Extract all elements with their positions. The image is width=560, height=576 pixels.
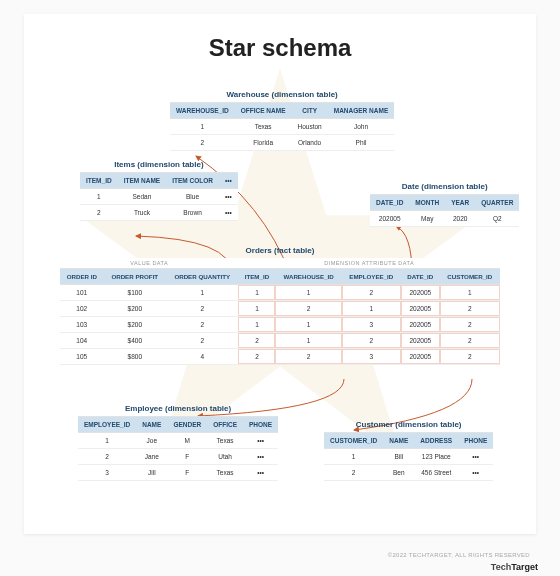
table-cell: ••• — [243, 449, 278, 465]
table-cell: 1 — [78, 433, 136, 449]
table-row: 104$40022122020052 — [60, 333, 500, 349]
table-cell: 2 — [324, 465, 383, 481]
table-cell: 1 — [275, 285, 341, 301]
customer-title: Customer (dimension table) — [324, 420, 493, 429]
table-cell: 4 — [166, 349, 239, 365]
warehouse-table: Warehouse (dimension table) WAREHOUSE_ID… — [170, 90, 394, 151]
table-cell: 1 — [80, 189, 118, 205]
table-cell: $100 — [104, 285, 166, 301]
brand-logo: TechTarget — [491, 562, 538, 572]
table-row: 102$20021212020052 — [60, 301, 500, 317]
table-cell: $400 — [104, 333, 166, 349]
table-cell: 202005 — [401, 301, 440, 317]
table-cell: 456 Street — [414, 465, 458, 481]
column-header: GENDER — [167, 417, 207, 433]
table-cell: ••• — [243, 433, 278, 449]
copyright-text: ©2022 TECHTARGET, ALL RIGHTS RESERVED — [388, 552, 530, 558]
table-cell: 2 — [275, 301, 341, 317]
table-cell: Utah — [207, 449, 243, 465]
table-row: 1Bill123 Place••• — [324, 449, 493, 465]
table-cell: 202005 — [401, 333, 440, 349]
table-row: 103$20021132020052 — [60, 317, 500, 333]
table-cell: 202005 — [401, 285, 440, 301]
table-cell: Texas — [235, 119, 292, 135]
table-cell: Jane — [136, 449, 167, 465]
orders-group-right: DIMENSION ATTRIBUTE DATA — [238, 258, 500, 269]
column-header: DATE_ID — [370, 195, 409, 211]
table-cell: 2 — [440, 317, 500, 333]
table-cell: Florida — [235, 135, 292, 151]
column-header: WAREHOUSE_ID — [275, 269, 341, 285]
column-header: CITY — [292, 103, 328, 119]
table-cell: 1 — [440, 285, 500, 301]
column-header: EMPLOYEE_ID — [342, 269, 401, 285]
date-header: DATE_IDMONTHYEARQUARTER — [370, 195, 519, 211]
table-cell: Texas — [207, 465, 243, 481]
table-row: 2FloridaOrlandoPhil — [170, 135, 394, 151]
table-cell: 2 — [238, 333, 275, 349]
table-cell: 101 — [60, 285, 104, 301]
table-cell: 1 — [275, 317, 341, 333]
table-cell: 2 — [78, 449, 136, 465]
table-cell: 105 — [60, 349, 104, 365]
table-cell: $800 — [104, 349, 166, 365]
column-header: ORDER PROFIT — [104, 269, 166, 285]
table-cell: Ben — [383, 465, 414, 481]
table-cell: 103 — [60, 317, 104, 333]
table-cell: 123 Place — [414, 449, 458, 465]
table-cell: 2 — [440, 301, 500, 317]
employee-title: Employee (dimension table) — [78, 404, 278, 413]
table-cell: 1 — [238, 285, 275, 301]
column-header: DATE_ID — [401, 269, 440, 285]
customer-grid: CUSTOMER_IDNAMEADDRESSPHONE1Bill123 Plac… — [324, 432, 493, 481]
table-row: 202005May2020Q2 — [370, 211, 519, 227]
column-header: NAME — [136, 417, 167, 433]
table-cell: Truck — [118, 205, 166, 221]
table-cell: 104 — [60, 333, 104, 349]
column-header: ITEM COLOR — [166, 173, 219, 189]
table-cell: Houston — [292, 119, 328, 135]
table-cell: 3 — [342, 317, 401, 333]
table-cell: Phil — [328, 135, 395, 151]
column-header: CUSTOMER_ID — [324, 433, 383, 449]
table-cell: 1 — [238, 301, 275, 317]
column-header: ITEM NAME — [118, 173, 166, 189]
table-cell: 3 — [78, 465, 136, 481]
column-header: ORDER QUANTITY — [166, 269, 239, 285]
table-cell: 2 — [170, 135, 235, 151]
customer-header: CUSTOMER_IDNAMEADDRESSPHONE — [324, 433, 493, 449]
table-cell: 1 — [170, 119, 235, 135]
logo-part1: Tech — [491, 562, 511, 572]
table-row: 1SedanBlue••• — [80, 189, 238, 205]
table-cell: $200 — [104, 317, 166, 333]
table-cell: 1 — [342, 301, 401, 317]
table-cell: Texas — [207, 433, 243, 449]
column-header: ITEM_ID — [80, 173, 118, 189]
warehouse-header: WAREHOUSE_IDOFFICE NAMECITYMANAGER NAME — [170, 103, 394, 119]
table-cell: ••• — [219, 205, 238, 221]
table-cell: 2020 — [445, 211, 475, 227]
table-cell: 2 — [166, 301, 239, 317]
table-cell: Q2 — [475, 211, 519, 227]
column-header: ADDRESS — [414, 433, 458, 449]
table-cell: Blue — [166, 189, 219, 205]
diagram-canvas: Star schema Warehouse (dimension table) … — [24, 14, 536, 534]
table-cell: Joe — [136, 433, 167, 449]
column-header: YEAR — [445, 195, 475, 211]
warehouse-grid: WAREHOUSE_IDOFFICE NAMECITYMANAGER NAME1… — [170, 102, 394, 151]
orders-grid: VALUE DATA DIMENSION ATTRIBUTE DATA ORDE… — [60, 258, 500, 365]
table-cell: 202005 — [370, 211, 409, 227]
table-cell: ••• — [458, 449, 493, 465]
table-cell: 1 — [166, 285, 239, 301]
employee-grid: EMPLOYEE_IDNAMEGENDEROFFICEPHONE1JoeMTex… — [78, 416, 278, 481]
table-cell: M — [167, 433, 207, 449]
column-header: CUSTOMER_ID — [440, 269, 500, 285]
employee-table: Employee (dimension table) EMPLOYEE_IDNA… — [78, 404, 278, 481]
table-cell: 2 — [238, 349, 275, 365]
items-table: Items (dimension table) ITEM_IDITEM NAME… — [80, 160, 238, 221]
table-cell: F — [167, 449, 207, 465]
column-header: MONTH — [409, 195, 445, 211]
table-cell: 2 — [440, 349, 500, 365]
table-row: 2Ben456 Street••• — [324, 465, 493, 481]
customer-table: Customer (dimension table) CUSTOMER_IDNA… — [324, 420, 493, 481]
